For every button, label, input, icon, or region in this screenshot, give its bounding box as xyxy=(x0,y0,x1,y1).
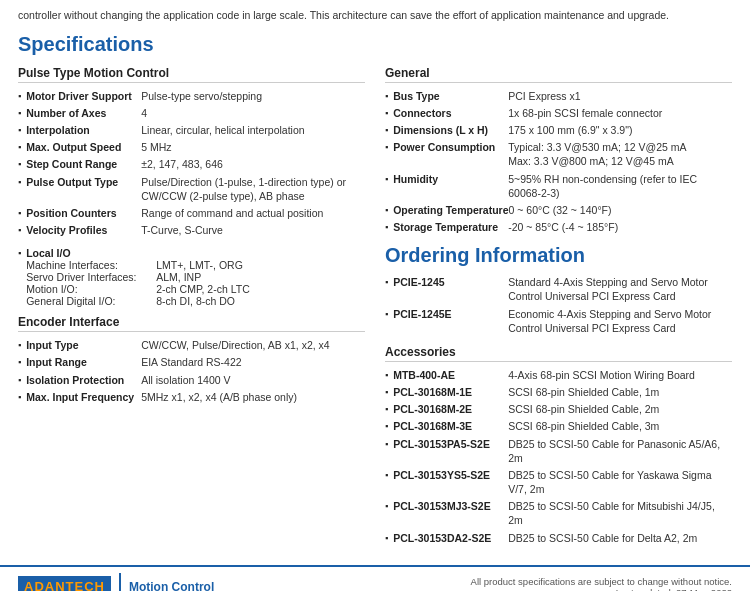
power-consumption-label: Power Consumption xyxy=(393,140,508,154)
list-item: PCL-30153YS5-S2E DB25 to SCSI-50 Cable f… xyxy=(385,468,732,496)
spec-label: Storage Temperature xyxy=(393,220,508,234)
spec-value: Pulse-type servo/stepping xyxy=(141,89,262,103)
list-item: Motion I/O: 2-ch CMP, 2-ch LTC xyxy=(26,283,250,295)
list-item: Max. Output Speed 5 MHz xyxy=(18,140,365,154)
list-item: Machine Interfaces: LMT+, LMT-, ORG xyxy=(26,259,250,271)
local-io-sub-val: 2-ch CMP, 2-ch LTC xyxy=(156,283,250,295)
list-item: PCL-30153DA2-S2E DB25 to SCSI-50 Cable f… xyxy=(385,531,732,545)
spec-value: 5~95% RH non-condensing (refer to IEC 60… xyxy=(508,172,732,200)
spec-value: Typical: 3.3 V@530 mA; 12 V@25 mAMax: 3.… xyxy=(508,140,686,168)
specs-title: Specifications xyxy=(18,33,732,56)
list-item: Servo Driver Interfaces: ALM, INP xyxy=(26,271,250,283)
list-item: Input Type CW/CCW, Pulse/Direction, AB x… xyxy=(18,338,365,352)
list-item: Connectors 1x 68-pin SCSI female connect… xyxy=(385,106,732,120)
local-io-sub-key: General Digital I/O: xyxy=(26,295,156,307)
spec-value: 5MHz x1, x2, x4 (A/B phase only) xyxy=(141,390,297,404)
list-item: PCIE-1245 Standard 4-Axis Stepping and S… xyxy=(385,275,732,303)
spec-value: -20 ~ 85°C (-4 ~ 185°F) xyxy=(508,220,618,234)
left-column: Pulse Type Motion Control Motor Driver S… xyxy=(18,66,365,555)
spec-value: SCSI 68-pin Shielded Cable, 1m xyxy=(508,385,659,399)
spec-value: CW/CCW, Pulse/Direction, AB x1, x2, x4 xyxy=(141,338,329,352)
spec-value: 4 xyxy=(141,106,147,120)
list-item: Power Consumption Typical: 3.3 V@530 mA;… xyxy=(385,140,732,168)
local-io-sub-val: 8-ch DI, 8-ch DO xyxy=(156,295,235,307)
spec-value: DB25 to SCSI-50 Cable for Mitsubishi J4/… xyxy=(508,499,732,527)
list-item: Number of Axes 4 xyxy=(18,106,365,120)
pulse-output-type-label: Pulse Output Type xyxy=(26,175,141,189)
list-item: Velocity Profiles T-Curve, S-Curve xyxy=(18,223,365,237)
list-item: Pulse Output Type Pulse/Direction (1-pul… xyxy=(18,175,365,203)
footer-logo: ADANTECH xyxy=(18,576,111,591)
spec-value: PCI Express x1 xyxy=(508,89,580,103)
list-item: General Digital I/O: 8-ch DI, 8-ch DO xyxy=(26,295,250,307)
spec-value: ±2, 147, 483, 646 xyxy=(141,157,223,171)
local-io-sub-val: LMT+, LMT-, ORG xyxy=(156,259,243,271)
spec-value: EIA Standard RS-422 xyxy=(141,355,241,369)
footer-divider xyxy=(119,573,121,591)
list-item: PCL-30168M-2E SCSI 68-pin Shielded Cable… xyxy=(385,402,732,416)
local-io-sub-key: Machine Interfaces: xyxy=(26,259,156,271)
spec-label: PCL-30153YS5-S2E xyxy=(393,468,508,482)
spec-label: Input Type xyxy=(26,338,141,352)
spec-label: PCL-30153DA2-S2E xyxy=(393,531,508,545)
footer-tagline: Motion Control xyxy=(129,580,214,591)
local-io-block: Local I/O Machine Interfaces: LMT+, LMT-… xyxy=(18,247,365,307)
spec-value: DB25 to SCSI-50 Cable for Panasonic A5/A… xyxy=(508,437,732,465)
spec-value: Pulse/Direction (1-pulse, 1-direction ty… xyxy=(141,175,365,203)
ordering-list: PCIE-1245 Standard 4-Axis Stepping and S… xyxy=(385,275,732,335)
pulse-spec-list: Motor Driver Support Pulse-type servo/st… xyxy=(18,89,365,238)
local-io-sub: Machine Interfaces: LMT+, LMT-, ORG Serv… xyxy=(26,259,250,307)
list-item: Isolation Protection All isolation 1400 … xyxy=(18,373,365,387)
spec-value: 0 ~ 60°C (32 ~ 140°F) xyxy=(509,203,612,217)
footer-left: ADANTECH Motion Control xyxy=(18,573,214,591)
list-item: PCL-30168M-3E SCSI 68-pin Shielded Cable… xyxy=(385,419,732,433)
list-item: PCL-30153PA5-S2E DB25 to SCSI-50 Cable f… xyxy=(385,437,732,465)
spec-label: PCIE-1245 xyxy=(393,275,508,289)
spec-label: PCIE-1245E xyxy=(393,307,508,321)
spec-value: DB25 to SCSI-50 Cable for Delta A2, 2m xyxy=(508,531,697,545)
list-item: Bus Type PCI Express x1 xyxy=(385,89,732,103)
spec-label: Dimensions (L x H) xyxy=(393,123,508,137)
list-item: Interpolation Linear, circular, helical … xyxy=(18,123,365,137)
local-io-sub-key: Servo Driver Interfaces: xyxy=(26,271,156,283)
spec-value: SCSI 68-pin Shielded Cable, 3m xyxy=(508,419,659,433)
spec-value: All isolation 1400 V xyxy=(141,373,230,387)
spec-label: Interpolation xyxy=(26,123,141,137)
local-io-inner: Local I/O Machine Interfaces: LMT+, LMT-… xyxy=(26,247,250,307)
spec-value: Range of command and actual position xyxy=(141,206,323,220)
spec-label: Input Range xyxy=(26,355,141,369)
isolation-protection-label: Isolation Protection xyxy=(26,373,141,387)
spec-value: 5 MHz xyxy=(141,140,171,154)
spec-label: Number of Axes xyxy=(26,106,141,120)
list-item: Dimensions (L x H) 175 x 100 mm (6.9" x … xyxy=(385,123,732,137)
local-io-label: Local I/O xyxy=(26,247,250,259)
spec-label: Humidity xyxy=(393,172,508,186)
spec-value: Linear, circular, helical interpolation xyxy=(141,123,304,137)
general-section-title: General xyxy=(385,66,732,83)
footer: ADANTECH Motion Control All product spec… xyxy=(0,565,750,591)
list-item: Position Counters Range of command and a… xyxy=(18,206,365,220)
spec-value: T-Curve, S-Curve xyxy=(141,223,223,237)
local-io-sub-key: Motion I/O: xyxy=(26,283,156,295)
spec-label: PCL-30168M-3E xyxy=(393,419,508,433)
local-io-sub-val: ALM, INP xyxy=(156,271,201,283)
spec-label: Max. Input Frequency xyxy=(26,390,141,404)
max-output-speed-label: Max. Output Speed xyxy=(26,140,141,154)
spec-value: Economic 4-Axis Stepping and Servo Motor… xyxy=(508,307,732,335)
right-column: General Bus Type PCI Express x1 Connecto… xyxy=(385,66,732,555)
accessories-list: MTB-400-AE 4-Axis 68-pin SCSI Motion Wir… xyxy=(385,368,732,545)
list-item: PCL-30153MJ3-S2E DB25 to SCSI-50 Cable f… xyxy=(385,499,732,527)
footer-right: All product specifications are subject t… xyxy=(471,576,732,591)
encoder-section-title: Encoder Interface xyxy=(18,315,365,332)
general-spec-list: Bus Type PCI Express x1 Connectors 1x 68… xyxy=(385,89,732,235)
pulse-section-title: Pulse Type Motion Control xyxy=(18,66,365,83)
footer-date: Last updated: 27-May-2022 xyxy=(616,587,732,591)
logo-text: AD xyxy=(24,579,45,591)
spec-value: 175 x 100 mm (6.9" x 3.9") xyxy=(508,123,632,137)
ordering-title: Ordering Information xyxy=(385,244,732,267)
spec-label: PCL-30153MJ3-S2E xyxy=(393,499,508,513)
encoder-spec-list: Input Type CW/CCW, Pulse/Direction, AB x… xyxy=(18,338,365,404)
spec-label: Step Count Range xyxy=(26,157,141,171)
accessories-section-title: Accessories xyxy=(385,345,732,362)
list-item: MTB-400-AE 4-Axis 68-pin SCSI Motion Wir… xyxy=(385,368,732,382)
